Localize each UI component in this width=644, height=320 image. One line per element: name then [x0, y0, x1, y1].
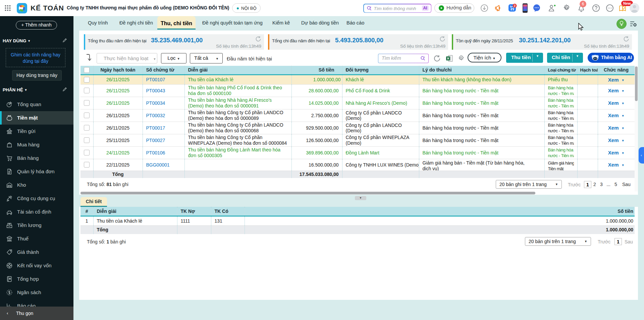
- svg-text:2: 2: [514, 4, 516, 7]
- svg-text:6: 6: [582, 2, 584, 6]
